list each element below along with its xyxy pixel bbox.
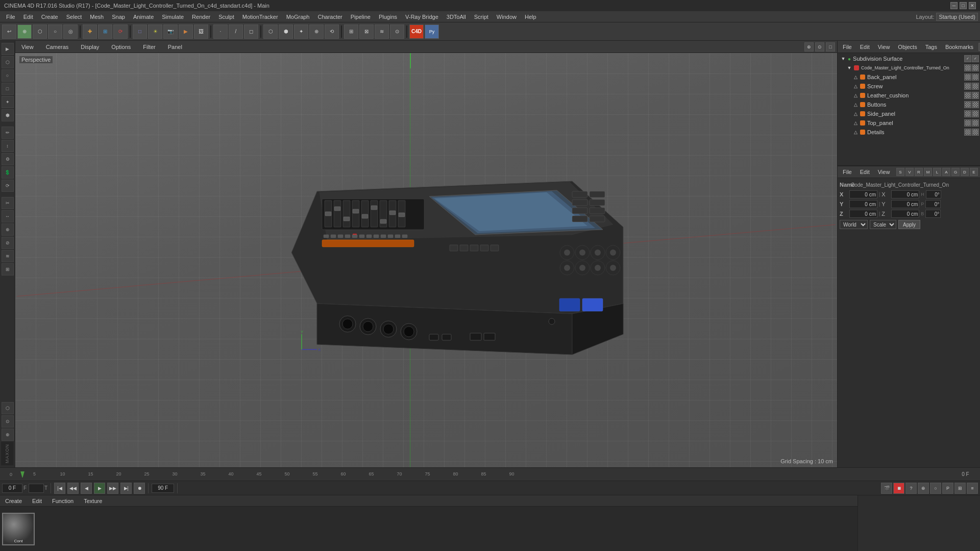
mat-tab-create[interactable]: Create: [2, 497, 25, 505]
camera-button[interactable]: 📷: [163, 24, 178, 39]
tree-item-sidepanel[interactable]: △ Side_panel: [838, 109, 980, 118]
viewport-tab-panel[interactable]: Panel: [164, 43, 186, 51]
polygons-button[interactable]: ◻: [244, 24, 258, 39]
sidebar-icon-10[interactable]: ⟳: [2, 180, 14, 192]
menu-mograph[interactable]: MoGraph: [282, 13, 314, 21]
pb-goto-end[interactable]: ▶|: [120, 483, 132, 494]
close-button[interactable]: ✕: [969, 2, 976, 9]
tree-vis-bp[interactable]: [964, 73, 971, 81]
menu-plugins[interactable]: Plugins: [375, 13, 401, 21]
sidebar-icon-2[interactable]: ○: [2, 69, 14, 82]
sidebar-icon-15[interactable]: ≋: [2, 250, 14, 262]
mat-tab-function[interactable]: Function: [49, 497, 77, 505]
menu-snap[interactable]: Snap: [108, 13, 129, 21]
sidebar-icon-bottom1[interactable]: ⬡: [2, 402, 14, 414]
undo-button[interactable]: ↩: [2, 24, 16, 39]
pb-icon-5[interactable]: ○: [930, 483, 941, 494]
menu-motiontracker[interactable]: MotionTracker: [238, 13, 282, 21]
tree-render-screw[interactable]: [972, 83, 979, 90]
attr-icon-7[interactable]: G: [951, 168, 960, 176]
menu-file[interactable]: File: [2, 13, 19, 21]
tool4[interactable]: ⊕: [309, 24, 324, 39]
tree-render-cm[interactable]: [972, 64, 979, 71]
tree-item-toppanel[interactable]: △ Top_panel: [838, 118, 980, 128]
pb-icon-4[interactable]: ⊕: [918, 483, 929, 494]
tree-vis-btn[interactable]: ✓: [972, 55, 979, 62]
sculpt-button[interactable]: ⊙: [390, 24, 404, 39]
timeline[interactable]: 0 5 10 15 20 25 30 35 40 45 50 55 60 65 …: [0, 467, 980, 481]
tree-vis-dt[interactable]: [964, 129, 971, 136]
render-view-button[interactable]: 🖼: [194, 24, 208, 39]
sidebar-icon-3[interactable]: □: [2, 83, 14, 95]
menu-create[interactable]: Create: [37, 13, 62, 21]
attr-tab-edit[interactable]: Edit: [857, 168, 873, 176]
move-button[interactable]: ✚: [83, 24, 97, 39]
minimize-button[interactable]: ─: [950, 2, 958, 9]
tool1[interactable]: ⬡: [263, 24, 278, 39]
viewport-tab-filter[interactable]: Filter: [139, 43, 159, 51]
obj-tab-tags[interactable]: Tags: [922, 43, 940, 51]
viewport-tab-cameras[interactable]: Cameras: [42, 43, 73, 51]
pb-goto-start[interactable]: |◀: [54, 483, 65, 494]
pb-play-back[interactable]: ◀: [81, 483, 92, 494]
coord-b-input[interactable]: [925, 210, 941, 218]
sidebar-icon-bottom2[interactable]: ⊙: [2, 415, 14, 428]
pb-step-back[interactable]: ◀◀: [67, 483, 79, 494]
tree-render-sp[interactable]: [972, 110, 979, 117]
menu-edit[interactable]: Edit: [19, 13, 37, 21]
tree-check-btn[interactable]: ✓: [964, 55, 971, 62]
tree-item-details[interactable]: △ Details: [838, 128, 980, 137]
attr-icon-1[interactable]: S: [896, 168, 904, 176]
pb-icon-1[interactable]: 🎬: [881, 483, 892, 494]
brush-button[interactable]: ≋: [375, 24, 389, 39]
material-swatch[interactable]: Cont: [2, 513, 35, 545]
tree-vis-lc[interactable]: [964, 92, 971, 99]
attr-icon-4[interactable]: M: [924, 168, 932, 176]
tree-vis-bt[interactable]: [964, 101, 971, 108]
viewport-icon-1[interactable]: ⊕: [804, 42, 814, 52]
viewport-canvas[interactable]: X Y Perspective Grid Spacing : 10 cm: [15, 53, 837, 467]
coord-y-input[interactable]: [849, 200, 877, 208]
attr-icon-5[interactable]: L: [933, 168, 941, 176]
sidebar-icon-7[interactable]: ↕: [2, 140, 14, 152]
viewport-tab-options[interactable]: Options: [107, 43, 135, 51]
coord-z-input[interactable]: [849, 210, 877, 218]
coord-z-extra-input[interactable]: [891, 210, 919, 218]
obj-tab-edit[interactable]: Edit: [857, 43, 873, 51]
cube-button[interactable]: □: [133, 24, 147, 39]
tree-item-codemaster[interactable]: ▼ Code_Master_Light_Controller_Turned_On: [838, 63, 980, 72]
pb-icon-2[interactable]: ⏹: [893, 483, 904, 494]
tree-render-bp[interactable]: [972, 73, 979, 81]
menu-window[interactable]: Window: [493, 13, 521, 21]
render-button[interactable]: ▶: [179, 24, 193, 39]
frame-fps-field[interactable]: [29, 484, 44, 493]
tree-vis-sp[interactable]: [964, 110, 971, 117]
tool2[interactable]: ⬢: [279, 24, 293, 39]
sidebar-icon-bottom3[interactable]: ⊕: [2, 429, 14, 441]
coord-h-input[interactable]: [926, 190, 941, 198]
tree-item-buttons[interactable]: △ Buttons: [838, 100, 980, 109]
menu-script[interactable]: Script: [470, 13, 493, 21]
scale-button[interactable]: ⊞: [98, 24, 112, 39]
select-all-button[interactable]: ⬡: [33, 24, 47, 39]
sidebar-icon-4[interactable]: ✦: [2, 96, 14, 108]
mat-tab-edit[interactable]: Edit: [29, 497, 45, 505]
tree-item-leather[interactable]: △ Leather_cushion: [838, 91, 980, 100]
select-ring-button[interactable]: ◎: [63, 24, 78, 39]
apply-button[interactable]: Apply: [898, 220, 920, 229]
sidebar-icon-13[interactable]: ⊕: [2, 223, 14, 236]
tree-render-dt[interactable]: [972, 129, 979, 136]
menu-sculpt[interactable]: Sculpt: [214, 13, 238, 21]
sidebar-icon-14[interactable]: ⊘: [2, 237, 14, 249]
pb-record[interactable]: ⏺: [134, 483, 145, 494]
sidebar-icon-9[interactable]: 💲: [2, 166, 14, 179]
menu-simulate[interactable]: Simulate: [158, 13, 188, 21]
obj-tab-bookmarks[interactable]: Bookmarks: [942, 43, 976, 51]
pb-icon-7[interactable]: ⊞: [954, 483, 966, 494]
attr-icon-2[interactable]: V: [905, 168, 914, 176]
viewport-icon-3[interactable]: □: [826, 42, 835, 52]
mat-tab-texture[interactable]: Texture: [81, 497, 105, 505]
light-button[interactable]: ☀: [148, 24, 162, 39]
rotate-button[interactable]: ⟳: [113, 24, 128, 39]
viewport-tab-display[interactable]: Display: [77, 43, 103, 51]
